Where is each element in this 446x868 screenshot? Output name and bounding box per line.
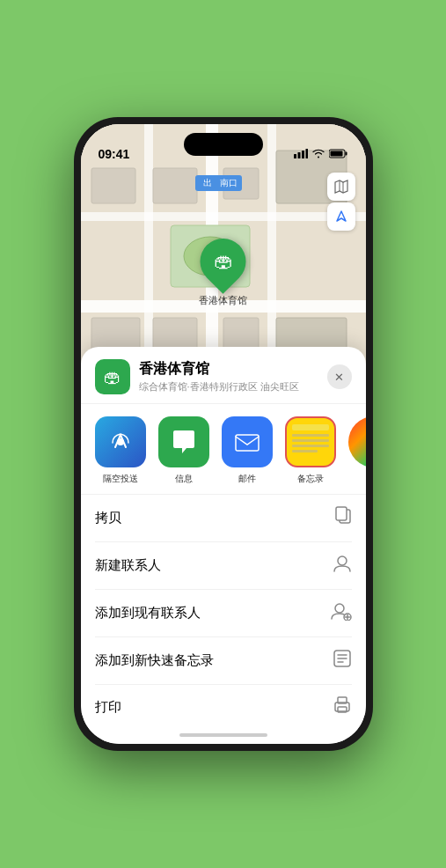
battery-icon [329,149,348,161]
home-indicator [179,733,267,737]
messages-icon [158,416,209,467]
share-item-messages[interactable]: 信息 [158,416,209,485]
location-info: 香港体育馆 综合体育馆·香港特别行政区 油尖旺区 [139,360,327,394]
action-new-contact[interactable]: 新建联系人 [95,542,352,590]
location-button[interactable] [327,202,355,231]
svg-rect-0 [294,154,296,158]
signal-icon [294,149,308,161]
add-notes-icon [333,649,352,673]
svg-rect-14 [153,168,197,203]
svg-rect-3 [305,149,308,158]
notes-label: 备忘录 [297,473,324,485]
copy-icon [334,506,352,530]
svg-rect-1 [297,152,300,158]
add-existing-icon [331,601,352,625]
mail-icon [222,416,273,467]
map-type-button[interactable] [327,173,355,201]
share-item-airdrop[interactable]: 隔空投送 [95,416,146,485]
status-time: 09:41 [99,147,130,161]
share-item-more[interactable]: ●●● 提 [348,416,366,485]
messages-label: 信息 [175,473,193,485]
action-copy[interactable]: 拷贝 [95,495,352,542]
notes-icon [285,416,336,467]
location-desc: 综合体育馆·香港特别行政区 油尖旺区 [139,380,327,394]
action-new-contact-label: 新建联系人 [95,557,161,574]
phone-screen: 09:41 [81,124,366,744]
svg-rect-6 [330,151,342,157]
action-list: 拷贝 新建联系人 [81,495,366,730]
share-row: 隔空投送 信息 [81,404,366,495]
svg-point-35 [335,604,344,613]
action-add-existing-label: 添加到现有联系人 [95,605,201,622]
dynamic-island [184,133,263,156]
location-name: 香港体育馆 [139,360,327,379]
svg-marker-29 [337,211,346,221]
share-item-mail[interactable]: 邮件 [222,416,273,485]
airdrop-label: 隔空投送 [103,473,138,485]
action-copy-label: 拷贝 [95,510,121,526]
svg-rect-33 [336,507,347,520]
svg-rect-9 [81,212,366,221]
svg-rect-31 [236,435,259,451]
svg-rect-5 [345,152,347,156]
print-icon [333,696,352,718]
share-item-notes[interactable]: 备忘录 [285,416,336,485]
wifi-icon [312,149,325,161]
pin-label: 香港体育馆 [199,294,247,307]
close-button[interactable]: ✕ [327,364,352,389]
map-controls [327,173,355,231]
pin-icon: 🏟 [191,229,256,294]
action-add-notes-label: 添加到新快速备忘录 [95,652,214,669]
bottom-sheet: 🏟 香港体育馆 综合体育馆·香港特别行政区 油尖旺区 ✕ [81,347,366,744]
action-print-label: 打印 [95,699,121,716]
action-print[interactable]: 打印 [95,685,352,730]
new-contact-icon [333,554,352,577]
more-icon: ●●● [348,416,366,467]
map-label: 出 南口 [195,175,243,191]
airdrop-icon [95,416,146,467]
location-pin: 🏟 香港体育馆 [199,239,247,307]
status-icons [294,149,348,161]
action-add-notes[interactable]: 添加到新快速备忘录 [95,637,352,685]
svg-rect-2 [302,151,304,158]
phone-frame: 09:41 [74,117,373,751]
svg-rect-13 [91,168,135,203]
action-add-existing[interactable]: 添加到现有联系人 [95,590,352,637]
svg-point-34 [338,556,347,565]
mail-label: 邮件 [238,473,256,485]
location-card: 🏟 香港体育馆 综合体育馆·香港特别行政区 油尖旺区 ✕ [81,347,366,404]
location-card-icon: 🏟 [95,359,130,394]
